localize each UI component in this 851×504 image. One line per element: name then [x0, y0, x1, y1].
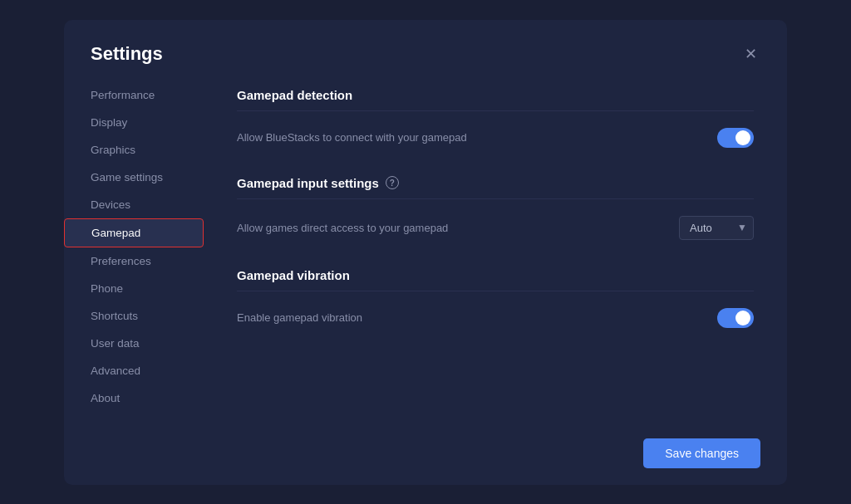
vibration-description: Enable gamepad vibration — [237, 311, 362, 324]
settings-modal: Settings ✕ Performance Display Graphics … — [64, 20, 787, 485]
divider-2 — [237, 198, 754, 199]
sidebar-item-shortcuts[interactable]: Shortcuts — [64, 302, 204, 330]
sidebar-item-gamepad[interactable]: Gamepad — [64, 218, 204, 247]
save-button[interactable]: Save changes — [643, 438, 760, 468]
vibration-row: Enable gamepad vibration — [237, 303, 754, 333]
vibration-toggle[interactable] — [717, 308, 754, 328]
modal-body: Performance Display Graphics Game settin… — [64, 78, 787, 428]
divider-1 — [237, 110, 754, 111]
sidebar-item-advanced[interactable]: Advanced — [64, 357, 204, 384]
modal-title: Settings — [91, 43, 163, 65]
gamepad-connect-toggle[interactable] — [717, 128, 754, 148]
gamepad-detection-title: Gamepad detection — [237, 88, 754, 102]
gamepad-connect-slider — [717, 128, 754, 148]
sidebar-item-display[interactable]: Display — [64, 109, 204, 136]
gamepad-connect-row: Allow BlueStacks to connect with your ga… — [237, 123, 754, 153]
section-gamepad-vibration: Gamepad vibration Enable gamepad vibrati… — [237, 268, 754, 333]
sidebar-item-user-data[interactable]: User data — [64, 330, 204, 357]
gamepad-access-description: Allow games direct access to your gamepa… — [237, 222, 448, 234]
gamepad-access-row: Allow games direct access to your gamepa… — [237, 211, 754, 245]
sidebar-item-preferences[interactable]: Preferences — [64, 247, 204, 275]
gamepad-vibration-title: Gamepad vibration — [237, 268, 754, 282]
gamepad-input-title: Gamepad input settings ? — [237, 176, 754, 190]
gamepad-connect-description: Allow BlueStacks to connect with your ga… — [237, 131, 467, 144]
modal-footer: Save changes — [64, 428, 787, 485]
sidebar-item-phone[interactable]: Phone — [64, 275, 204, 302]
sidebar-item-game-settings[interactable]: Game settings — [64, 164, 204, 191]
sidebar-item-graphics[interactable]: Graphics — [64, 136, 204, 164]
section-gamepad-input: Gamepad input settings ? Allow games dir… — [237, 176, 754, 245]
gamepad-input-help-icon[interactable]: ? — [386, 176, 399, 189]
modal-header: Settings ✕ — [64, 20, 787, 78]
gamepad-access-select-wrapper: Auto On Off ▼ — [679, 216, 754, 240]
sidebar-item-about[interactable]: About — [64, 384, 204, 412]
sidebar: Performance Display Graphics Game settin… — [64, 78, 204, 428]
main-content: Gamepad detection Allow BlueStacks to co… — [204, 78, 787, 428]
close-button[interactable]: ✕ — [741, 43, 760, 65]
vibration-slider — [717, 308, 754, 328]
section-gamepad-detection: Gamepad detection Allow BlueStacks to co… — [237, 88, 754, 153]
sidebar-item-performance[interactable]: Performance — [64, 81, 204, 109]
backdrop: Settings ✕ Performance Display Graphics … — [0, 0, 851, 504]
divider-3 — [237, 291, 754, 291]
sidebar-item-devices[interactable]: Devices — [64, 191, 204, 218]
gamepad-access-select[interactable]: Auto On Off — [679, 216, 754, 240]
